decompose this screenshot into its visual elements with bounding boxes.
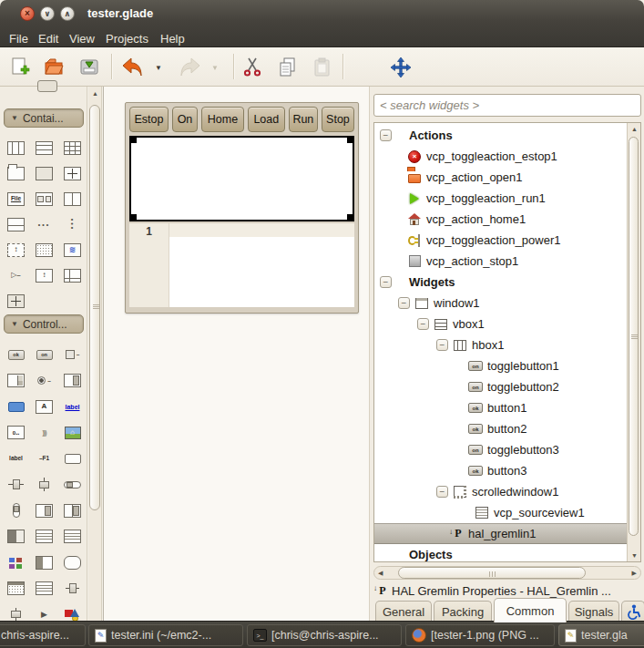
widget-tree[interactable]: −Actions ×vcp_toggleaction_estop1 vcp_ac… xyxy=(373,122,641,562)
tree-row-hal-gremlin1[interactable]: hal_gremlin1 xyxy=(374,523,627,544)
menu-edit[interactable]: Edit xyxy=(35,30,62,47)
palette-section-containers[interactable]: ▼ Contai... xyxy=(4,108,84,128)
tree-row-widgets[interactable]: −Widgets xyxy=(374,272,640,293)
collapse-icon[interactable]: − xyxy=(380,276,392,288)
design-window1[interactable]: Estop On Home Load Run Stop 1 xyxy=(125,102,359,314)
hscale-icon[interactable] xyxy=(7,478,25,491)
hbox-icon[interactable] xyxy=(7,141,25,155)
radiobutton-icon[interactable] xyxy=(36,374,53,387)
menu-file[interactable]: File xyxy=(5,30,32,47)
tab-common[interactable]: Common xyxy=(494,598,567,622)
redo-button[interactable] xyxy=(177,55,202,80)
scroll-up-icon[interactable]: ▲ xyxy=(628,126,641,132)
iconview-icon[interactable] xyxy=(7,556,25,570)
tree-horizontal-scrollbar[interactable]: ◀ ▶ xyxy=(373,566,641,580)
tree-row-open-action[interactable]: vcp_action_open1 xyxy=(374,167,640,188)
tree-row-power-action[interactable]: vcp_toggleaction_power1 xyxy=(374,230,640,251)
tree-row-stop-action[interactable]: vcp_action_stop1 xyxy=(374,251,640,272)
scroll-down-icon[interactable]: ▼ xyxy=(628,552,641,559)
entry-focused-icon[interactable] xyxy=(8,402,25,412)
redo-dropdown-icon[interactable]: ▼ xyxy=(211,64,219,72)
design-button-stop[interactable]: Stop xyxy=(322,107,354,132)
tree-row-vbox1[interactable]: −vbox1 xyxy=(374,314,640,334)
design-button-home[interactable]: Home xyxy=(201,107,244,132)
collapse-icon[interactable]: − xyxy=(398,297,410,309)
design-canvas[interactable]: Estop On Home Load Run Stop 1 xyxy=(103,87,369,621)
label-icon[interactable] xyxy=(7,452,25,466)
tab-accessibility[interactable] xyxy=(621,601,644,622)
tree-row-togglebutton2[interactable]: ontogglebutton2 xyxy=(374,376,640,397)
menu-view[interactable]: View xyxy=(66,30,98,47)
table-icon[interactable] xyxy=(64,141,81,155)
scalebutton-icon[interactable] xyxy=(7,426,25,439)
task-terminal[interactable]: >_ [chris@chris-aspire... xyxy=(247,624,402,646)
tree-row-window1[interactable]: −window1 xyxy=(374,293,640,314)
tree-row-run-action[interactable]: vcp_toggleaction_run1 xyxy=(374,188,640,209)
palette-section-controls[interactable]: ▼ Control... xyxy=(4,314,84,334)
linkbutton-icon[interactable] xyxy=(64,400,81,414)
viewport-icon[interactable] xyxy=(36,243,53,257)
cut-button[interactable] xyxy=(240,55,266,80)
textview-filled-icon[interactable] xyxy=(64,530,81,543)
vscale-icon[interactable] xyxy=(36,478,53,491)
search-input[interactable] xyxy=(373,94,641,117)
toplevel-window-icon[interactable] xyxy=(37,80,57,92)
tab-signals[interactable]: Signals xyxy=(568,601,619,622)
tree-row-togglebutton1[interactable]: ontogglebutton1 xyxy=(374,355,640,376)
design-hal-gremlin1-selected[interactable] xyxy=(129,136,354,221)
filechooser-button-icon[interactable] xyxy=(7,192,25,206)
selection-handle[interactable] xyxy=(129,136,137,143)
hscrollbar-icon[interactable] xyxy=(64,481,81,489)
statusbar-icon[interactable] xyxy=(64,556,81,570)
comboboxentry-icon[interactable] xyxy=(36,504,53,518)
vbox-icon[interactable] xyxy=(36,141,53,155)
frame-icon[interactable] xyxy=(7,167,25,180)
vpaned-icon[interactable] xyxy=(7,218,25,231)
checkbutton-icon[interactable] xyxy=(64,348,81,362)
menu-projects[interactable]: Projects xyxy=(102,30,152,47)
sourceview-text-area[interactable] xyxy=(169,223,354,307)
vscrollbar-icon[interactable] xyxy=(13,503,20,518)
button-icon[interactable] xyxy=(8,350,25,360)
collapse-icon[interactable]: − xyxy=(380,129,392,141)
design-button-run[interactable]: Run xyxy=(289,107,318,132)
collapse-icon[interactable]: − xyxy=(417,318,429,330)
minimize-button[interactable]: ∨ xyxy=(40,6,55,21)
calendar-icon[interactable] xyxy=(7,581,25,595)
scroll-left-icon[interactable]: ◀ xyxy=(378,570,383,577)
button-box-icon[interactable] xyxy=(36,192,53,206)
resize-box-icon[interactable] xyxy=(36,269,53,283)
new-file-button[interactable] xyxy=(7,55,33,80)
palette-scrollbar[interactable]: ▲ xyxy=(88,87,102,621)
collapse-icon[interactable]: − xyxy=(436,486,448,498)
collapse-icon[interactable]: − xyxy=(436,339,448,351)
menu-help[interactable]: Help xyxy=(157,30,189,47)
design-button-estop[interactable]: Estop xyxy=(129,107,169,132)
hpaned-icon[interactable] xyxy=(64,192,81,206)
vseparator-icon[interactable] xyxy=(7,608,25,622)
combo-entry-icon[interactable] xyxy=(64,504,81,518)
progressbar-icon[interactable] xyxy=(36,556,53,570)
tree-row-hbox1[interactable]: −hbox1 xyxy=(374,334,640,355)
vseparator-dots-icon[interactable]: ••• xyxy=(66,216,79,233)
selection-handle[interactable] xyxy=(129,214,137,221)
handle-box-icon[interactable] xyxy=(64,243,81,257)
spinbutton-icon[interactable] xyxy=(7,374,25,387)
copy-button[interactable] xyxy=(275,55,301,80)
layout-icon[interactable] xyxy=(7,294,25,308)
open-file-button[interactable] xyxy=(42,55,67,80)
design-vcp-sourceview1[interactable]: 1 xyxy=(129,223,354,307)
selection-handle[interactable] xyxy=(347,136,354,143)
tab-packing[interactable]: Packing xyxy=(434,601,492,622)
textview-icon[interactable] xyxy=(36,530,53,543)
image-icon[interactable]: ⌂ xyxy=(65,427,81,439)
custom-widget-icon[interactable] xyxy=(64,608,81,622)
undo-button[interactable] xyxy=(120,55,146,80)
tree-row-home-action[interactable]: vcp_action_home1 xyxy=(374,209,640,230)
tree-row-togglebutton3[interactable]: ontogglebutton3 xyxy=(374,439,640,460)
togglebox-icon[interactable] xyxy=(7,530,25,543)
scrolledwindow-icon[interactable] xyxy=(7,243,25,257)
tree-row-button3[interactable]: okbutton3 xyxy=(374,460,640,481)
expander-icon[interactable] xyxy=(7,269,25,283)
palette-scrollbar-thumb[interactable] xyxy=(89,105,100,510)
